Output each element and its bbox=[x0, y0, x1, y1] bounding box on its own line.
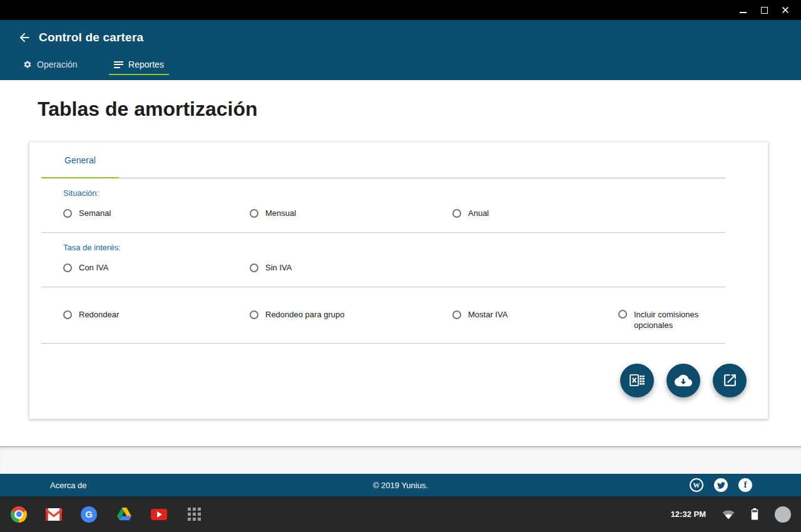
tab-reportes-label: Reportes bbox=[128, 59, 164, 69]
google-app-icon[interactable]: G bbox=[81, 506, 97, 523]
battery-icon[interactable] bbox=[751, 508, 758, 520]
page-header-title: Control de cartera bbox=[39, 31, 143, 44]
wordpress-icon[interactable]: W bbox=[690, 478, 703, 492]
google-icon: G bbox=[81, 506, 97, 523]
open-external-button[interactable] bbox=[713, 364, 747, 397]
back-arrow-icon[interactable] bbox=[18, 31, 31, 44]
app-grid-icon bbox=[188, 508, 201, 521]
radio-icon[interactable] bbox=[63, 209, 72, 218]
radio-option-con-iva[interactable]: Con IVA bbox=[63, 263, 250, 274]
radio-icon[interactable] bbox=[250, 310, 258, 319]
radio-label[interactable]: Anual bbox=[468, 208, 489, 219]
main-content: Tablas de amortización General Situación… bbox=[0, 80, 801, 446]
clock[interactable]: 12:32 PM bbox=[671, 509, 706, 519]
gmail-app-icon[interactable] bbox=[46, 506, 62, 523]
about-link[interactable]: Acerca de bbox=[50, 481, 87, 490]
open-in-new-icon bbox=[722, 372, 738, 388]
radio-label[interactable]: Mensual bbox=[265, 208, 296, 219]
radio-option-redondear[interactable]: Redondear bbox=[63, 310, 250, 320]
twitter-bird-icon bbox=[717, 481, 725, 489]
radio-label[interactable]: Sin IVA bbox=[265, 263, 292, 274]
export-excel-button[interactable] bbox=[620, 364, 654, 397]
chrome-icon bbox=[11, 506, 27, 523]
drive-app-icon[interactable] bbox=[116, 506, 132, 523]
radio-icon[interactable] bbox=[250, 263, 258, 272]
minimize-button[interactable] bbox=[738, 6, 747, 14]
list-lines-icon bbox=[114, 61, 123, 68]
gear-icon bbox=[23, 60, 32, 69]
radio-label[interactable]: Redondeo para grupo bbox=[265, 310, 345, 320]
page-title: Tablas de amortización bbox=[0, 80, 801, 121]
radio-option-mostar-iva[interactable]: Mostar IVA bbox=[452, 310, 618, 320]
radio-icon[interactable] bbox=[63, 310, 72, 319]
tab-operacion-label: Operación bbox=[37, 59, 78, 69]
card-tabbar: General bbox=[41, 142, 725, 178]
section-extras: Redondear Redondeo para grupo Mostar IVA… bbox=[41, 287, 725, 344]
radio-icon[interactable] bbox=[63, 263, 72, 272]
gmail-icon bbox=[46, 508, 62, 521]
radio-label[interactable]: Con IVA bbox=[79, 263, 108, 274]
radio-option-semanal[interactable]: Semanal bbox=[63, 208, 250, 219]
app-header: Control de cartera Operación Reportes bbox=[0, 20, 801, 80]
copyright-text: © 2019 Yunius. bbox=[373, 481, 428, 490]
close-icon bbox=[781, 6, 790, 14]
taskbar-apps: G bbox=[11, 506, 202, 523]
radio-label[interactable]: Incluir comisiones opcionales bbox=[634, 310, 724, 331]
section-situacion: Situación: Semanal Mensual Anual bbox=[41, 178, 725, 233]
radio-option-sin-iva[interactable]: Sin IVA bbox=[250, 263, 452, 274]
radio-icon[interactable] bbox=[618, 310, 627, 319]
situacion-label: Situación: bbox=[63, 188, 725, 198]
radio-icon[interactable] bbox=[452, 209, 461, 218]
radio-icon[interactable] bbox=[452, 310, 461, 319]
footer-social: W f bbox=[690, 478, 752, 492]
close-button[interactable] bbox=[781, 6, 790, 14]
maximize-button[interactable] bbox=[760, 6, 768, 14]
amortization-card: General Situación: Semanal Mensual Anu bbox=[29, 141, 768, 419]
drive-icon bbox=[116, 508, 132, 521]
cloud-download-icon bbox=[675, 372, 692, 389]
app-launcher-button[interactable] bbox=[186, 506, 202, 523]
radio-option-mensual[interactable]: Mensual bbox=[250, 208, 452, 219]
tab-general[interactable]: General bbox=[41, 142, 119, 178]
download-cloud-button[interactable] bbox=[666, 364, 700, 397]
radio-label[interactable]: Redondear bbox=[79, 310, 119, 320]
excel-icon bbox=[629, 372, 646, 389]
radio-option-redondeo-grupo[interactable]: Redondeo para grupo bbox=[250, 310, 452, 320]
wifi-icon[interactable] bbox=[722, 509, 735, 519]
radio-label[interactable]: Mostar IVA bbox=[468, 310, 508, 320]
radio-option-incluir-comisiones[interactable]: Incluir comisiones opcionales bbox=[618, 310, 725, 331]
card-actions bbox=[29, 344, 768, 419]
twitter-icon[interactable] bbox=[714, 478, 728, 492]
maximize-icon bbox=[761, 7, 768, 14]
tab-reportes[interactable]: Reportes bbox=[109, 54, 169, 75]
taskbar: G 12:32 PM bbox=[0, 496, 801, 532]
youtube-icon bbox=[151, 509, 167, 520]
chrome-app-icon[interactable] bbox=[11, 506, 27, 523]
header-tabs: Operación Reportes bbox=[15, 54, 801, 75]
facebook-icon[interactable]: f bbox=[738, 478, 752, 492]
section-tasa: Tasa de interés: Con IVA Sin IVA bbox=[41, 233, 725, 287]
radio-option-anual[interactable]: Anual bbox=[452, 208, 618, 219]
tab-operacion[interactable]: Operación bbox=[15, 54, 109, 75]
radio-label[interactable]: Semanal bbox=[79, 208, 111, 219]
system-tray[interactable]: 12:32 PM bbox=[671, 506, 791, 523]
prefooter-strip bbox=[0, 446, 801, 474]
youtube-app-icon[interactable] bbox=[151, 506, 167, 523]
minimize-icon bbox=[740, 12, 747, 13]
radio-icon[interactable] bbox=[250, 209, 258, 218]
account-avatar[interactable] bbox=[775, 506, 791, 523]
tasa-label: Tasa de interés: bbox=[63, 243, 725, 252]
window-titlebar bbox=[0, 0, 801, 20]
footer: Acerca de © 2019 Yunius. W f bbox=[0, 474, 801, 496]
